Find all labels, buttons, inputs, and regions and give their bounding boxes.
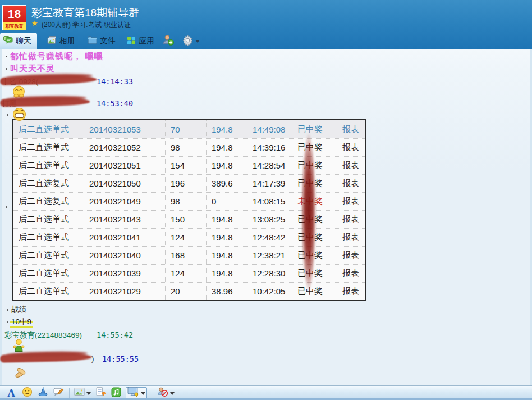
chat-message: 叫天天不灵 bbox=[10, 63, 55, 74]
cell-time: 14:17:39 bbox=[247, 175, 292, 192]
toolbar-separator bbox=[152, 388, 152, 398]
blocked-person-icon bbox=[157, 387, 168, 399]
cell-issue-number: 20140321051 bbox=[84, 157, 165, 174]
cell-time: 14:39:16 bbox=[247, 139, 292, 156]
bullet bbox=[6, 206, 7, 208]
cell-time: 14:28:54 bbox=[247, 157, 292, 174]
image-icon bbox=[74, 387, 85, 399]
cell-status: 未中奖 bbox=[292, 193, 337, 210]
cell-issue-number: 20140321043 bbox=[84, 211, 165, 228]
cell-report-link[interactable]: 报表 bbox=[337, 139, 365, 156]
cell-bet-type: 后二直选单式 bbox=[13, 283, 84, 300]
bubble-pencil-icon bbox=[53, 387, 64, 399]
tab-album[interactable]: 相册 bbox=[47, 33, 75, 49]
group-subtitle: (200人群) 学习.考试-职业认证 bbox=[42, 20, 131, 30]
message-timestamp: 14:55:55 bbox=[102, 354, 139, 363]
magic-expression-button[interactable] bbox=[36, 387, 49, 399]
table-row: 后二直选单式20140321039124194.812:28:30已中奖报表 bbox=[13, 264, 365, 282]
redaction-scribble bbox=[0, 353, 91, 362]
font-icon: A bbox=[7, 388, 15, 399]
cell-status: 已中奖 bbox=[292, 175, 337, 192]
cell-report-link[interactable]: 报表 bbox=[337, 193, 365, 210]
score-text: 10中9 bbox=[10, 317, 33, 328]
cell-amount: 194.8 bbox=[206, 265, 247, 282]
cell-amount: 194.8 bbox=[206, 229, 247, 246]
cell-points: 124 bbox=[165, 229, 206, 246]
cell-status: 已中奖 bbox=[292, 247, 337, 264]
message-timestamp: 14:53:40 bbox=[97, 99, 133, 108]
cell-amount: 389.6 bbox=[206, 175, 247, 192]
file-upload-icon bbox=[95, 387, 106, 399]
music-share-button[interactable] bbox=[110, 387, 122, 399]
chat-message: 都忙做号赚钱呢， 嘿嘿 bbox=[10, 51, 103, 62]
table-row: 后二直选复式20140321050196389.614:17:39已中奖报表 bbox=[13, 174, 365, 192]
add-member-button[interactable] bbox=[162, 34, 176, 48]
table-row: 后二直选单式20140321051154194.814:28:54已中奖报表 bbox=[13, 156, 365, 174]
sender-name-fragment: ) bbox=[91, 354, 94, 363]
cell-points: 20 bbox=[165, 283, 206, 300]
cell-bet-type: 后二直选单式 bbox=[13, 229, 84, 246]
redaction-scribble bbox=[0, 75, 97, 85]
cell-report-link[interactable]: 报表 bbox=[337, 229, 365, 246]
group-level-star-icon: ★ bbox=[31, 19, 38, 28]
cell-status: 已中奖 bbox=[292, 211, 337, 228]
cell-status: 已中奖 bbox=[292, 283, 337, 300]
image-dropdown-caret[interactable] bbox=[86, 392, 91, 397]
cell-report-link[interactable]: 报表 bbox=[337, 175, 365, 192]
remote-dropdown-caret[interactable] bbox=[141, 392, 145, 397]
block-dropdown-caret[interactable] bbox=[170, 392, 175, 397]
cell-points: 168 bbox=[165, 247, 206, 264]
table-row: 后二直选单式20140321040168194.812:38:21已中奖报表 bbox=[13, 246, 365, 264]
smiley-icon bbox=[22, 387, 33, 399]
cell-issue-number: 20140321040 bbox=[84, 247, 165, 264]
message-timestamp: 14:14:33 bbox=[97, 77, 133, 86]
chat-bubbles-icon bbox=[3, 35, 13, 47]
cell-report-link[interactable]: 报表 bbox=[337, 247, 365, 264]
cell-issue-number: 20140321041 bbox=[84, 229, 165, 246]
table-row: 后二直选单式20140321041124194.812:48:42已中奖报表 bbox=[13, 228, 365, 246]
group-title: 彩宝教育第18期辅导群 bbox=[31, 6, 139, 20]
tab-chat[interactable]: 聊天 bbox=[0, 33, 37, 49]
cell-issue-number: 20140321052 bbox=[84, 139, 165, 156]
qq-group-chat-window: 18 彩宝教育 彩宝教育第18期辅导群 ★ (200人群) 学习.考试-职业认证… bbox=[0, 0, 532, 400]
table-row: 后二直选单式20140321043150194.813:08:25已中奖报表 bbox=[13, 210, 365, 228]
tab-files[interactable]: 文件 bbox=[88, 33, 116, 49]
bet-records-table: 后二直选单式2014032105370194.814:49:08已中奖报表后二直… bbox=[12, 119, 366, 301]
cell-bet-type: 后二直选单式 bbox=[13, 247, 84, 264]
font-format-button[interactable]: A bbox=[5, 387, 17, 399]
emoticon-button[interactable] bbox=[21, 387, 33, 399]
cell-amount: 38.96 bbox=[206, 283, 247, 300]
cell-issue-number: 20140321039 bbox=[84, 265, 165, 282]
cell-points: 196 bbox=[165, 175, 206, 192]
cell-bet-type: 后二直选单式 bbox=[13, 157, 84, 174]
cell-report-link[interactable]: 报表 bbox=[337, 211, 365, 228]
message-block-settings-button[interactable] bbox=[157, 387, 175, 399]
cell-status: 已中奖 bbox=[292, 229, 337, 246]
tab-apps[interactable]: 应用 bbox=[127, 33, 154, 49]
cell-report-link[interactable]: 报表 bbox=[337, 157, 365, 174]
cell-time: 12:38:21 bbox=[247, 247, 292, 264]
settings-button[interactable] bbox=[182, 34, 196, 48]
cell-amount: 194.8 bbox=[206, 247, 247, 264]
doodle-message-button[interactable] bbox=[52, 387, 65, 399]
send-image-button[interactable] bbox=[74, 387, 91, 399]
tab-album-label: 相册 bbox=[59, 36, 75, 46]
window-header: 18 彩宝教育 彩宝教育第18期辅导群 ★ (200人群) 学习.考试-职业认证… bbox=[0, 0, 532, 49]
cell-time: 14:08:15 bbox=[247, 193, 292, 210]
send-file-button[interactable] bbox=[94, 387, 107, 399]
bullet bbox=[7, 321, 8, 323]
cell-time: 12:28:30 bbox=[247, 265, 292, 282]
cell-amount: 194.8 bbox=[206, 120, 247, 138]
remote-desktop-button[interactable] bbox=[126, 387, 147, 399]
remote-desktop-icon bbox=[127, 387, 139, 399]
cell-report-link[interactable]: 报表 bbox=[337, 283, 365, 300]
cell-points: 124 bbox=[165, 265, 206, 282]
cell-amount: 194.8 bbox=[206, 211, 247, 228]
cell-status: 已中奖 bbox=[292, 265, 337, 282]
cell-report-link[interactable]: 报表 bbox=[337, 120, 365, 138]
cell-report-link[interactable]: 报表 bbox=[337, 265, 365, 282]
cell-points: 150 bbox=[165, 211, 206, 228]
group-avatar[interactable]: 18 彩宝教育 bbox=[2, 5, 26, 30]
wizard-hat-icon bbox=[38, 387, 48, 399]
cell-bet-type: 后二直选单式 bbox=[13, 139, 84, 156]
